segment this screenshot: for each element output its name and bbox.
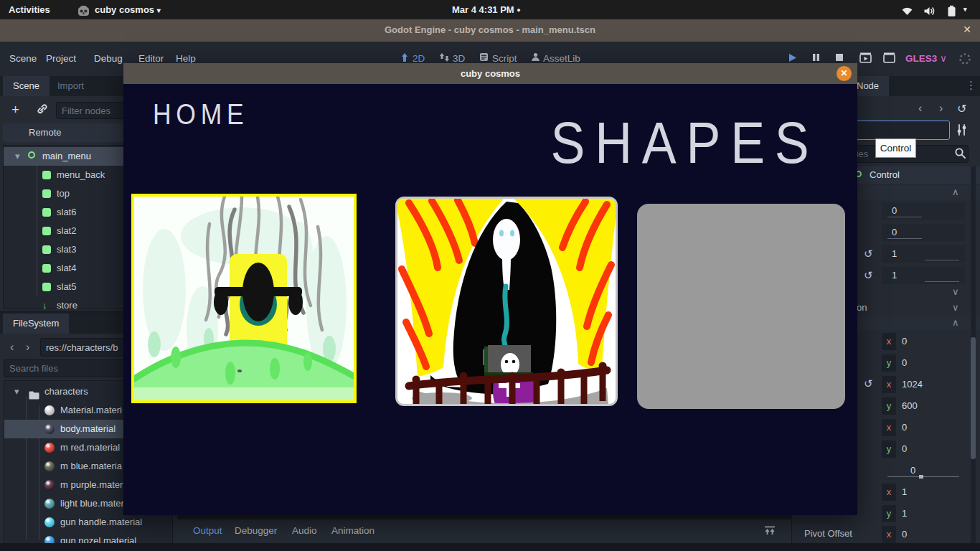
node-icon	[42, 245, 51, 254]
menu-editor[interactable]: Editor	[138, 53, 164, 64]
play-custom-scene-button[interactable]	[883, 52, 895, 65]
game-window-title: cuby cosmos	[123, 68, 857, 79]
revert-icon[interactable]: ↺	[864, 269, 873, 282]
app-menu-button[interactable]: cuby cosmos ▾	[95, 0, 161, 19]
number-field[interactable]: 0	[882, 202, 965, 220]
assetlib-icon	[531, 52, 540, 64]
scrollbar-thumb[interactable]	[971, 337, 976, 459]
level-card-2[interactable]	[395, 197, 618, 406]
chevron-down-icon[interactable]: ▾	[963, 0, 967, 19]
number-field[interactable]: 1	[882, 267, 965, 284]
godot-app-icon	[77, 1, 90, 20]
download-icon: ↓	[42, 296, 47, 309]
material-sphere-icon	[44, 405, 55, 415]
revert-icon[interactable]: ↺	[864, 377, 873, 390]
dock-menu-icon[interactable]: ⋮	[966, 79, 976, 92]
history-forward-icon[interactable]: ›	[939, 102, 943, 115]
instance-scene-button[interactable]	[36, 103, 48, 118]
tab-script[interactable]: Script	[492, 53, 517, 64]
battery-icon[interactable]	[947, 1, 956, 20]
menu-help[interactable]: Help	[176, 53, 196, 64]
axis-value[interactable]: 0	[902, 336, 907, 347]
game-close-button[interactable]: ✕	[837, 66, 852, 81]
number-field[interactable]: 0	[882, 224, 965, 241]
godot-titlebar[interactable]: Godot Engine - cuby cosmos - main_menu.t…	[0, 19, 980, 42]
screen: Scene Project Debug Editor Help 2D 3D Sc…	[0, 0, 980, 551]
bottom-panel: Output Debugger Audio Animation	[177, 515, 791, 543]
slider-field[interactable]: 0	[882, 462, 965, 479]
tooltip: Control	[875, 138, 916, 158]
nav-back-icon[interactable]: ‹	[10, 341, 14, 354]
material-sphere-icon	[44, 499, 55, 509]
node-icon	[42, 227, 51, 235]
history-icon[interactable]: ↺	[957, 102, 966, 116]
axis-label: x	[882, 333, 896, 350]
pivot-offset-row: Pivot Offset x 0	[792, 525, 980, 544]
nav-forward-icon[interactable]: ›	[26, 341, 29, 354]
material-sphere-icon	[44, 536, 55, 543]
tab-import[interactable]: Import	[47, 76, 94, 96]
menu-debug[interactable]: Debug	[94, 53, 123, 64]
axis-label: x	[882, 376, 896, 393]
drawing-barbell-hill	[134, 197, 354, 400]
play-scene-button[interactable]	[859, 52, 872, 65]
tab-filesystem[interactable]: FileSystem	[3, 314, 69, 334]
slider-thumb[interactable]	[919, 475, 923, 479]
level-card-3[interactable]	[637, 204, 845, 409]
game-titlebar[interactable]: cuby cosmos ✕	[123, 63, 857, 84]
tab-animation[interactable]: Animation	[331, 525, 374, 536]
home-nav[interactable]: HOME	[153, 98, 248, 131]
axis-label: y	[882, 354, 896, 372]
add-node-button[interactable]: +	[11, 102, 19, 118]
level-card-1[interactable]	[131, 194, 357, 403]
axis-value[interactable]: 1	[902, 486, 907, 497]
chevron-down-icon: ∨	[940, 53, 947, 64]
tab-audio[interactable]: Audio	[292, 525, 317, 536]
wifi-icon[interactable]	[901, 1, 913, 20]
chevron-down-icon: ▾	[157, 6, 161, 14]
axis-label: y	[882, 505, 896, 522]
status-strip	[0, 543, 980, 551]
revert-icon[interactable]: ↺	[864, 248, 873, 260]
activities-button[interactable]: Activities	[9, 0, 50, 19]
number-field[interactable]: 1	[882, 245, 965, 263]
expand-arrow-icon[interactable]: ▾	[15, 147, 20, 166]
axis-value[interactable]: 0	[902, 529, 907, 540]
material-sphere-icon	[44, 461, 55, 471]
gnome-top-bar: Activities cuby cosmos ▾ Mar 4 4:31 PM ●…	[0, 0, 980, 19]
axis-value[interactable]: 0	[902, 357, 907, 368]
node-icon	[42, 283, 51, 291]
material-sphere-icon	[44, 443, 55, 453]
axis-value[interactable]: 0	[902, 443, 907, 454]
clock[interactable]: Mar 4 4:31 PM ●	[452, 0, 521, 19]
game-window: cuby cosmos ✕ HOME SHAPES	[123, 63, 857, 515]
menu-scene[interactable]: Scene	[9, 53, 37, 64]
expand-panel-icon[interactable]	[764, 526, 776, 538]
axis-value[interactable]: 600	[902, 400, 918, 411]
tab-output[interactable]: Output	[193, 525, 222, 536]
axis-value[interactable]: 0	[902, 422, 907, 433]
menu-project[interactable]: Project	[46, 53, 76, 64]
renderer-dropdown[interactable]: GLES3 ∨	[905, 52, 947, 64]
axis-value[interactable]: 1	[902, 508, 907, 519]
axis-value[interactable]: 1024	[902, 379, 923, 390]
tab-scene[interactable]: Scene	[3, 76, 50, 96]
history-back-icon[interactable]: ‹	[918, 102, 922, 115]
file-row[interactable]: gun nozel.material	[4, 532, 172, 543]
tab-2d[interactable]: 2D	[413, 53, 425, 64]
expand-arrow-icon[interactable]: ▾	[14, 382, 19, 401]
axis-label: x	[882, 419, 896, 436]
search-icon	[954, 147, 966, 161]
volume-icon[interactable]	[923, 1, 936, 20]
tab-3d[interactable]: 3D	[453, 53, 465, 64]
tab-assetlib[interactable]: AssetLib	[543, 53, 580, 64]
tools-icon[interactable]	[956, 123, 969, 138]
script-icon	[479, 52, 489, 64]
close-window-icon[interactable]: ✕	[963, 24, 971, 35]
axis-label: x	[882, 526, 896, 543]
tab-debugger[interactable]: Debugger	[235, 525, 277, 536]
node-icon	[42, 189, 51, 198]
file-row[interactable]: gun handle.material	[4, 513, 172, 532]
scrollbar[interactable]	[971, 166, 976, 543]
drawing-curtain-figure	[397, 199, 616, 404]
